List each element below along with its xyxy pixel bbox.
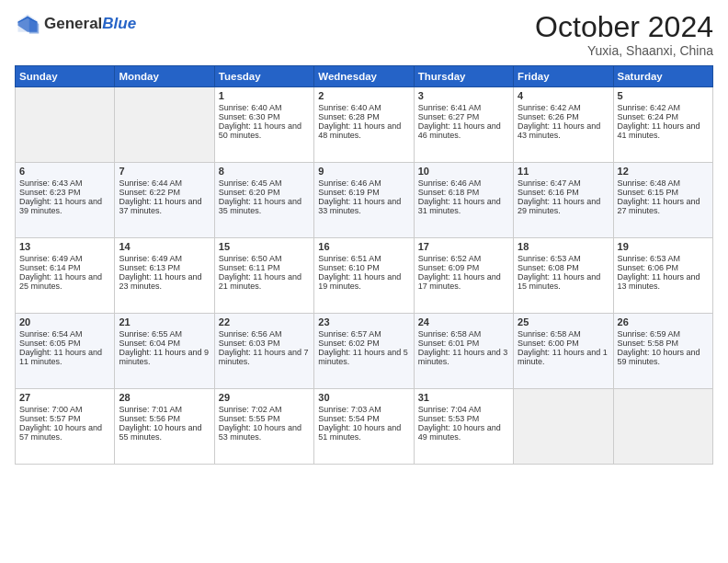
calendar-cell: 31Sunrise: 7:04 AMSunset: 5:53 PMDayligh… <box>414 389 513 465</box>
logo-general: General <box>44 15 102 32</box>
day-number: 6 <box>19 166 110 177</box>
daylight-text: Daylight: 10 hours and 51 minutes. <box>318 423 401 442</box>
sunrise-text: Sunrise: 6:42 AM <box>518 103 581 112</box>
sunrise-text: Sunrise: 6:49 AM <box>19 254 83 263</box>
day-header-sunday: Sunday <box>16 66 115 87</box>
page: GeneralBlue October 2024 Yuxia, Shaanxi,… <box>0 0 728 563</box>
sunset-text: Sunset: 6:20 PM <box>219 188 280 197</box>
daylight-text: Daylight: 11 hours and 46 minutes. <box>418 121 501 140</box>
day-header-friday: Friday <box>514 66 613 87</box>
day-number: 24 <box>418 316 509 327</box>
sunrise-text: Sunrise: 6:46 AM <box>318 178 381 188</box>
sunrise-text: Sunrise: 6:47 AM <box>518 178 581 188</box>
calendar-cell: 15Sunrise: 6:50 AMSunset: 6:11 PMDayligh… <box>214 238 313 314</box>
day-number: 25 <box>518 316 609 327</box>
week-row-1: 1Sunrise: 6:40 AMSunset: 6:30 PMDaylight… <box>16 87 713 163</box>
daylight-text: Daylight: 11 hours and 15 minutes. <box>518 272 600 291</box>
sunset-text: Sunset: 5:54 PM <box>318 414 380 423</box>
calendar-cell: 19Sunrise: 6:53 AMSunset: 6:06 PMDayligh… <box>613 238 712 314</box>
day-number: 12 <box>618 166 709 177</box>
calendar-cell: 7Sunrise: 6:44 AMSunset: 6:22 PMDaylight… <box>115 163 214 238</box>
sunset-text: Sunset: 6:06 PM <box>618 263 679 272</box>
sunset-text: Sunset: 5:55 PM <box>219 414 280 423</box>
day-number: 9 <box>318 166 409 177</box>
sunrise-text: Sunrise: 6:49 AM <box>119 254 182 263</box>
sunrise-text: Sunrise: 6:46 AM <box>418 178 482 188</box>
day-number: 2 <box>318 90 409 101</box>
sunset-text: Sunset: 6:24 PM <box>618 112 679 121</box>
day-number: 16 <box>318 241 409 252</box>
sunrise-text: Sunrise: 6:45 AM <box>219 178 282 188</box>
sunrise-text: Sunrise: 6:52 AM <box>418 254 482 263</box>
daylight-text: Daylight: 11 hours and 1 minute. <box>518 348 608 366</box>
daylight-text: Daylight: 11 hours and 50 minutes. <box>219 121 301 140</box>
day-number: 8 <box>219 166 310 177</box>
sunset-text: Sunset: 6:19 PM <box>318 188 380 197</box>
daylight-text: Daylight: 11 hours and 11 minutes. <box>19 348 102 366</box>
sunset-text: Sunset: 6:09 PM <box>418 263 480 272</box>
sunrise-text: Sunrise: 7:02 AM <box>219 405 282 414</box>
day-number: 27 <box>19 392 110 403</box>
week-row-4: 20Sunrise: 6:54 AMSunset: 6:05 PMDayligh… <box>16 314 713 389</box>
day-number: 13 <box>19 241 110 252</box>
day-number: 11 <box>518 166 609 177</box>
calendar-cell: 10Sunrise: 6:46 AMSunset: 6:18 PMDayligh… <box>414 163 513 238</box>
day-number: 18 <box>518 241 609 252</box>
daylight-text: Daylight: 11 hours and 7 minutes. <box>219 348 309 366</box>
day-number: 29 <box>219 392 310 403</box>
calendar-cell: 20Sunrise: 6:54 AMSunset: 6:05 PMDayligh… <box>16 314 115 389</box>
sunset-text: Sunset: 6:04 PM <box>119 339 180 348</box>
sunset-text: Sunset: 6:00 PM <box>518 339 579 348</box>
daylight-text: Daylight: 10 hours and 55 minutes. <box>119 423 201 442</box>
calendar-cell: 26Sunrise: 6:59 AMSunset: 5:58 PMDayligh… <box>613 314 712 389</box>
day-number: 20 <box>19 316 110 327</box>
calendar-cell: 2Sunrise: 6:40 AMSunset: 6:28 PMDaylight… <box>314 87 414 163</box>
daylight-text: Daylight: 11 hours and 29 minutes. <box>518 197 600 215</box>
day-number: 23 <box>318 316 409 327</box>
sunrise-text: Sunrise: 6:53 AM <box>518 254 581 263</box>
calendar-cell: 16Sunrise: 6:51 AMSunset: 6:10 PMDayligh… <box>314 238 414 314</box>
calendar-cell <box>613 389 712 465</box>
daylight-text: Daylight: 11 hours and 31 minutes. <box>418 197 501 215</box>
daylight-text: Daylight: 11 hours and 39 minutes. <box>19 197 102 215</box>
day-number: 31 <box>418 392 509 403</box>
calendar-cell: 5Sunrise: 6:42 AMSunset: 6:24 PMDaylight… <box>613 87 712 163</box>
calendar-cell: 22Sunrise: 6:56 AMSunset: 6:03 PMDayligh… <box>214 314 313 389</box>
sunset-text: Sunset: 6:23 PM <box>19 188 81 197</box>
calendar-cell: 3Sunrise: 6:41 AMSunset: 6:27 PMDaylight… <box>414 87 513 163</box>
sunrise-text: Sunrise: 7:04 AM <box>418 405 482 414</box>
sunset-text: Sunset: 5:53 PM <box>418 414 480 423</box>
calendar-cell: 18Sunrise: 6:53 AMSunset: 6:08 PMDayligh… <box>514 238 613 314</box>
calendar-cell: 27Sunrise: 7:00 AMSunset: 5:57 PMDayligh… <box>16 389 115 465</box>
day-number: 10 <box>418 166 509 177</box>
day-number: 14 <box>119 241 210 252</box>
sunrise-text: Sunrise: 7:01 AM <box>119 405 182 414</box>
sunset-text: Sunset: 6:18 PM <box>418 188 480 197</box>
sunrise-text: Sunrise: 6:40 AM <box>219 103 282 112</box>
calendar-cell: 1Sunrise: 6:40 AMSunset: 6:30 PMDaylight… <box>214 87 313 163</box>
header: GeneralBlue October 2024 Yuxia, Shaanxi,… <box>15 11 713 58</box>
sunset-text: Sunset: 6:27 PM <box>418 112 480 121</box>
week-row-3: 13Sunrise: 6:49 AMSunset: 6:14 PMDayligh… <box>16 238 713 314</box>
calendar-cell: 17Sunrise: 6:52 AMSunset: 6:09 PMDayligh… <box>414 238 513 314</box>
sunset-text: Sunset: 6:02 PM <box>318 339 380 348</box>
logo-blue: Blue <box>102 15 136 32</box>
sunset-text: Sunset: 6:14 PM <box>19 263 81 272</box>
daylight-text: Daylight: 11 hours and 37 minutes. <box>119 197 201 215</box>
sunset-text: Sunset: 6:26 PM <box>518 112 579 121</box>
day-number: 17 <box>418 241 509 252</box>
sunset-text: Sunset: 6:11 PM <box>219 263 280 272</box>
calendar-cell: 23Sunrise: 6:57 AMSunset: 6:02 PMDayligh… <box>314 314 414 389</box>
day-header-saturday: Saturday <box>613 66 712 87</box>
calendar-cell: 29Sunrise: 7:02 AMSunset: 5:55 PMDayligh… <box>214 389 313 465</box>
day-number: 28 <box>119 392 210 403</box>
day-number: 4 <box>518 90 609 101</box>
sunset-text: Sunset: 6:05 PM <box>19 339 81 348</box>
sunset-text: Sunset: 5:58 PM <box>618 339 679 348</box>
sunset-text: Sunset: 6:28 PM <box>318 112 380 121</box>
sunrise-text: Sunrise: 6:42 AM <box>618 103 681 112</box>
logo-icon <box>15 11 40 37</box>
calendar-body: 1Sunrise: 6:40 AMSunset: 6:30 PMDaylight… <box>16 87 713 465</box>
sunrise-text: Sunrise: 6:56 AM <box>219 329 282 339</box>
day-header-tuesday: Tuesday <box>214 66 313 87</box>
